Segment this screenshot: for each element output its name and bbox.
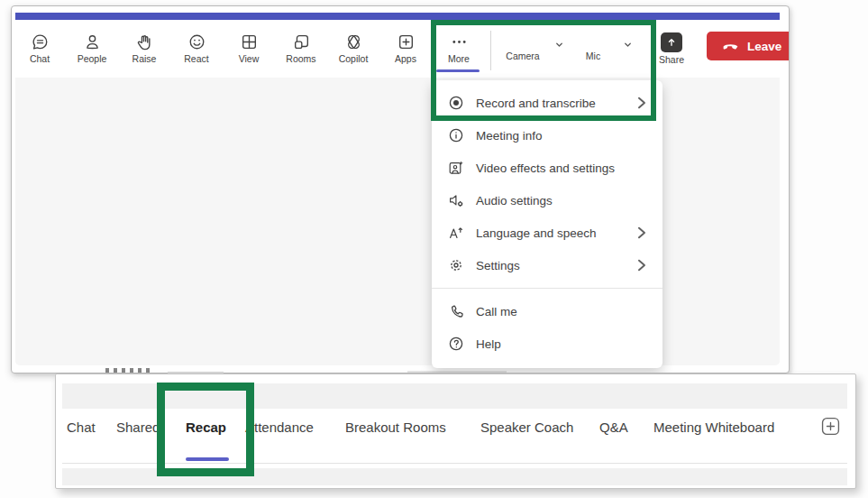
tabs-window-bottom-strip <box>62 468 847 485</box>
recap-active-underline <box>186 457 229 461</box>
share-button[interactable]: Share <box>649 23 694 65</box>
settings-gear-icon <box>448 257 464 273</box>
view-label: View <box>239 54 260 64</box>
copilot-button[interactable]: Copilot <box>327 23 379 64</box>
menu-item-label: Record and transcribe <box>476 97 596 110</box>
menu-item-help[interactable]: Help <box>432 327 662 360</box>
submenu-chevron-icon <box>634 95 650 111</box>
menu-item-label: Meeting info <box>476 129 543 143</box>
camera-group: Camera <box>496 23 568 61</box>
mic-label: Mic <box>586 51 600 61</box>
meeting-toolbar: Chat People Raise React View Rooms <box>14 23 790 79</box>
menu-item-label: Audio settings <box>476 194 553 208</box>
menu-item-record-and-transcribe[interactable]: Record and transcribe <box>432 87 662 119</box>
menu-item-label: Language and speech <box>476 226 597 240</box>
tab-recap[interactable]: Recap <box>186 420 226 435</box>
record-icon <box>448 95 464 111</box>
menu-item-label: Video effects and settings <box>476 161 615 175</box>
menu-item-label: Help <box>476 337 501 351</box>
copilot-label: Copilot <box>339 54 369 64</box>
menu-item-meeting-info[interactable]: Meeting info <box>432 119 662 152</box>
tabs-window: Chat Shared Recap Attendance Breakout Ro… <box>55 374 856 489</box>
apps-label: Apps <box>395 54 416 64</box>
view-button[interactable]: View <box>223 23 275 64</box>
menu-item-settings[interactable]: Settings <box>432 249 662 281</box>
rooms-label: Rooms <box>286 54 315 64</box>
tab-qa[interactable]: Q&A <box>599 420 628 435</box>
audio-settings-icon <box>448 192 464 208</box>
tab-speaker-coach[interactable]: Speaker Coach <box>480 420 573 435</box>
menu-item-call-me[interactable]: Call me <box>432 295 662 327</box>
chat-label: Chat <box>30 54 50 64</box>
camera-label: Camera <box>506 51 539 61</box>
menu-item-label: Call me <box>476 305 517 318</box>
mic-chevron-icon[interactable] <box>618 23 636 50</box>
menu-item-label: Settings <box>476 259 520 272</box>
chat-button[interactable]: Chat <box>14 23 66 64</box>
share-arrow-icon <box>661 32 682 52</box>
tab-chat[interactable]: Chat <box>67 420 96 435</box>
raise-hand-button[interactable]: Raise <box>118 23 170 64</box>
meeting-window: Chat People Raise React View Rooms <box>11 5 790 374</box>
clipped-text-artifact <box>105 368 152 373</box>
submenu-chevron-icon <box>634 225 650 241</box>
react-smiley-icon <box>187 32 206 51</box>
tab-breakout-rooms[interactable]: Breakout Rooms <box>345 420 446 435</box>
people-label: People <box>78 54 107 64</box>
tab-meeting-whiteboard[interactable]: Meeting Whiteboard <box>653 420 774 435</box>
tab-attendance[interactable]: Attendance <box>245 420 314 435</box>
people-icon <box>83 32 102 51</box>
mic-group: Mic <box>568 23 636 61</box>
menu-item-video-effects[interactable]: Video effects and settings <box>432 152 662 184</box>
menu-item-audio-settings[interactable]: Audio settings <box>432 184 662 217</box>
tab-shared[interactable]: Shared <box>116 420 160 435</box>
share-label: Share <box>659 55 684 65</box>
more-button[interactable]: More <box>432 23 486 64</box>
add-tab-button[interactable] <box>821 417 840 439</box>
clipped-edge-artifact <box>407 371 507 373</box>
help-icon <box>448 336 464 352</box>
meeting-stage <box>15 78 780 365</box>
window-title-strip <box>15 13 780 20</box>
plus-icon <box>821 423 840 438</box>
rooms-icon <box>292 32 311 51</box>
camera-button[interactable]: Camera <box>496 23 550 61</box>
react-button[interactable]: React <box>170 23 223 64</box>
more-ellipsis-icon <box>450 32 469 51</box>
people-button[interactable]: People <box>66 23 118 64</box>
view-grid-icon <box>240 32 259 51</box>
screenshot-page: Chat People Raise React View Rooms <box>0 0 868 498</box>
menu-divider <box>432 288 662 289</box>
more-active-underline <box>436 69 480 72</box>
chat-icon <box>31 32 50 51</box>
raise-hand-label: Raise <box>132 54 157 64</box>
tabs-divider-line <box>62 463 847 464</box>
more-label: More <box>448 54 470 64</box>
copilot-icon <box>344 32 363 51</box>
react-label: React <box>184 54 208 64</box>
language-icon <box>448 225 464 241</box>
mic-button[interactable]: Mic <box>568 23 618 61</box>
leave-label: Leave <box>747 40 781 53</box>
camera-chevron-icon[interactable] <box>550 23 568 50</box>
call-icon <box>448 303 464 319</box>
toolbar-divider <box>490 31 491 70</box>
more-menu: Record and transcribe Meeting info Video… <box>432 80 662 368</box>
tabs-window-top-strip <box>62 383 847 409</box>
submenu-chevron-icon <box>634 257 650 273</box>
leave-button[interactable]: Leave <box>707 32 790 60</box>
apps-plus-icon <box>397 32 416 51</box>
rooms-button[interactable]: Rooms <box>275 23 327 64</box>
video-effects-icon <box>448 160 464 176</box>
info-icon <box>448 127 464 143</box>
raise-hand-icon <box>135 32 154 51</box>
leave-call-icon <box>721 40 740 53</box>
apps-button[interactable]: Apps <box>379 23 432 64</box>
menu-item-language-and-speech[interactable]: Language and speech <box>432 217 662 249</box>
